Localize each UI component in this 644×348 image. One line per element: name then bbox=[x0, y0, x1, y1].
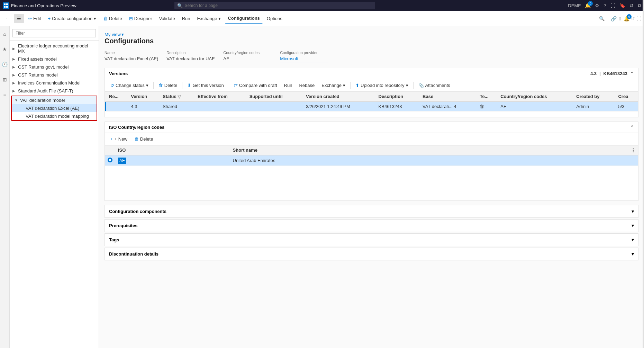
expand-icon[interactable]: ⛶ bbox=[636, 16, 641, 21]
expand-icon: ▶ bbox=[12, 73, 17, 77]
expand-icon: ▶ bbox=[12, 65, 17, 69]
sidebar-item-vat-mapping[interactable]: VAT declaration model mapping bbox=[12, 112, 97, 120]
tags-chevron-icon: ▾ bbox=[632, 237, 634, 242]
spacer bbox=[20, 114, 24, 118]
create-config-button[interactable]: + Create configuration ▾ bbox=[45, 14, 99, 23]
change-status-button[interactable]: ↺ Change status ▾ bbox=[108, 81, 151, 89]
col-short-name[interactable]: Short name bbox=[230, 145, 628, 155]
sidebar-item-vat-model[interactable]: ▼ VAT declaration model bbox=[12, 96, 97, 104]
versions-collapse-button[interactable]: ⌃ bbox=[630, 71, 634, 76]
radio-button[interactable] bbox=[108, 158, 112, 162]
nav-home-icon[interactable]: ⌂ bbox=[0, 29, 10, 39]
back-button[interactable]: ← bbox=[3, 14, 13, 23]
col-created-by[interactable]: Created by bbox=[573, 92, 615, 101]
svg-rect-1 bbox=[6, 3, 8, 5]
upload-repository-button[interactable]: ⬆ Upload into repository ▾ bbox=[353, 81, 411, 89]
nav-list-icon[interactable]: ≡ bbox=[0, 90, 10, 100]
sidebar-item-invoices[interactable]: ▶ Invoices Communication Model bbox=[10, 79, 99, 87]
search-input[interactable] bbox=[185, 3, 372, 8]
col-radio bbox=[105, 145, 115, 155]
col-crea[interactable]: Crea bbox=[615, 92, 638, 101]
main-layout: ⌂ ★ 🕐 ⊞ ≡ ▶ Electronic ledger accounting… bbox=[0, 26, 644, 348]
my-view-link[interactable]: My view ▾ bbox=[105, 32, 638, 37]
change-status-icon: ↺ bbox=[110, 83, 114, 88]
col-effective-from[interactable]: Effective from bbox=[195, 92, 247, 101]
delete-button[interactable]: 🗑 Delete bbox=[100, 14, 125, 23]
horizontal-scrollbar[interactable] bbox=[105, 113, 638, 116]
col-country[interactable]: Country/region codes bbox=[498, 92, 573, 101]
versions-delete-button[interactable]: 🗑 Delete bbox=[156, 81, 180, 89]
nav-recent-icon[interactable]: 🕐 bbox=[0, 60, 10, 69]
col-status[interactable]: Status ▽ bbox=[160, 92, 195, 101]
get-this-version-button[interactable]: ⬇ Get this version bbox=[184, 81, 226, 89]
share-icon[interactable]: 🔗 bbox=[611, 16, 617, 21]
settings-icon[interactable]: ⚙ bbox=[595, 3, 599, 8]
compare-with-draft-button[interactable]: ⇄ Compare with draft bbox=[231, 81, 280, 89]
hamburger-button[interactable]: ☰ bbox=[14, 14, 24, 23]
svg-rect-2 bbox=[4, 6, 6, 8]
versions-run-button[interactable]: Run bbox=[281, 81, 295, 89]
fullscreen-icon[interactable]: ⛶ bbox=[610, 3, 615, 8]
help-icon[interactable]: ? bbox=[604, 3, 606, 8]
rebase-button[interactable]: Rebase bbox=[296, 81, 317, 89]
upload-icon[interactable]: ⬆ bbox=[618, 16, 622, 21]
run-button[interactable]: Run bbox=[179, 14, 193, 23]
refresh-icon[interactable]: ↺ bbox=[629, 3, 634, 8]
validate-button[interactable]: Validate bbox=[156, 14, 178, 23]
col-re[interactable]: Re... bbox=[106, 92, 128, 101]
configurations-tab[interactable]: Configurations bbox=[225, 14, 262, 24]
sidebar-item-fixed-assets[interactable]: ▶ Fixed assets model bbox=[10, 55, 99, 63]
row-effective-from bbox=[195, 101, 247, 111]
tags-header[interactable]: Tags ▾ bbox=[105, 234, 638, 246]
toolbar-separator4 bbox=[350, 82, 351, 89]
sidebar-item-gst-returns[interactable]: ▶ GST Returns model bbox=[10, 71, 99, 79]
edit-button[interactable]: ✏ Edit bbox=[25, 14, 44, 23]
toolbar-separator2 bbox=[182, 82, 182, 89]
iso-new-button[interactable]: + + New bbox=[108, 135, 130, 143]
col-te[interactable]: Te... bbox=[477, 92, 498, 101]
nav-star-icon[interactable]: ★ bbox=[0, 44, 10, 54]
bell-icon[interactable]: 🔔0 bbox=[585, 3, 591, 8]
col-supported-until[interactable]: Supported until bbox=[247, 92, 303, 101]
search-bar[interactable]: 🔍 bbox=[174, 2, 375, 9]
notify-icon[interactable]: 🔔0 bbox=[624, 16, 629, 21]
iso-table-row[interactable]: AE United Arab Emirates bbox=[105, 155, 638, 166]
sidebar-item-gst-govt[interactable]: ▶ GST Returns govt. model bbox=[10, 63, 99, 71]
col-iso[interactable]: ISO bbox=[115, 145, 230, 155]
sidebar-item-saf-t[interactable]: ▶ Standard Audit File (SAF-T) bbox=[10, 87, 99, 95]
sidebar-tree: ▶ Electronic ledger accounting model MX … bbox=[10, 41, 99, 348]
sidebar-filter-input[interactable] bbox=[12, 29, 96, 37]
svg-rect-3 bbox=[6, 6, 8, 8]
attachment-icon: 📎 bbox=[418, 83, 424, 88]
col-base[interactable]: Base bbox=[420, 92, 477, 101]
exchange-button[interactable]: Exchange ▾ bbox=[194, 14, 224, 23]
row-description: KB4613243 bbox=[376, 101, 420, 111]
form-fields: Name VAT declaration Excel (AE) Descript… bbox=[105, 51, 638, 62]
options-tab[interactable]: Options bbox=[264, 14, 285, 23]
prerequisites-header[interactable]: Prerequisites ▾ bbox=[105, 220, 638, 232]
back-icon: ← bbox=[6, 16, 10, 21]
iso-collapse-button[interactable]: ⌃ bbox=[630, 125, 634, 130]
sidebar-item-vat-excel[interactable]: VAT declaration Excel (AE) bbox=[12, 104, 97, 112]
create-config-chevron-icon: ▾ bbox=[94, 16, 96, 21]
table-row[interactable]: 4.3 Shared 3/26/2021 1:24:49 PM KB461324… bbox=[105, 101, 638, 111]
col-version-created[interactable]: Version created bbox=[303, 92, 376, 101]
refresh2-icon[interactable]: ↺ bbox=[631, 16, 635, 21]
designer-button[interactable]: ⊞ Designer bbox=[126, 14, 155, 23]
iso-delete-button[interactable]: 🗑 Delete bbox=[131, 135, 156, 143]
versions-exchange-button[interactable]: Exchange ▾ bbox=[319, 81, 348, 89]
left-nav: ⌂ ★ 🕐 ⊞ ≡ bbox=[0, 26, 10, 348]
col-description[interactable]: Description bbox=[376, 92, 420, 101]
change-status-chevron-icon: ▾ bbox=[146, 83, 148, 88]
col-version[interactable]: Version bbox=[128, 92, 160, 101]
open-new-icon[interactable]: ⧉ bbox=[638, 3, 641, 9]
row-base: VAT declarati... 4 bbox=[420, 101, 477, 111]
sidebar-item-electronic-ledger[interactable]: ▶ Electronic ledger accounting model MX bbox=[10, 42, 99, 55]
config-components-header[interactable]: Configuration components ▾ bbox=[105, 205, 638, 217]
nav-modules-icon[interactable]: ⊞ bbox=[0, 75, 10, 84]
attachments-button[interactable]: 📎 Attachments bbox=[416, 81, 453, 89]
config-components-chevron-icon: ▾ bbox=[632, 209, 634, 214]
bookmark-icon[interactable]: 🔖 bbox=[619, 3, 625, 8]
discontinuation-header[interactable]: Discontinuation details ▾ bbox=[105, 248, 638, 260]
cmd-search-button[interactable]: 🔍 bbox=[597, 14, 607, 23]
